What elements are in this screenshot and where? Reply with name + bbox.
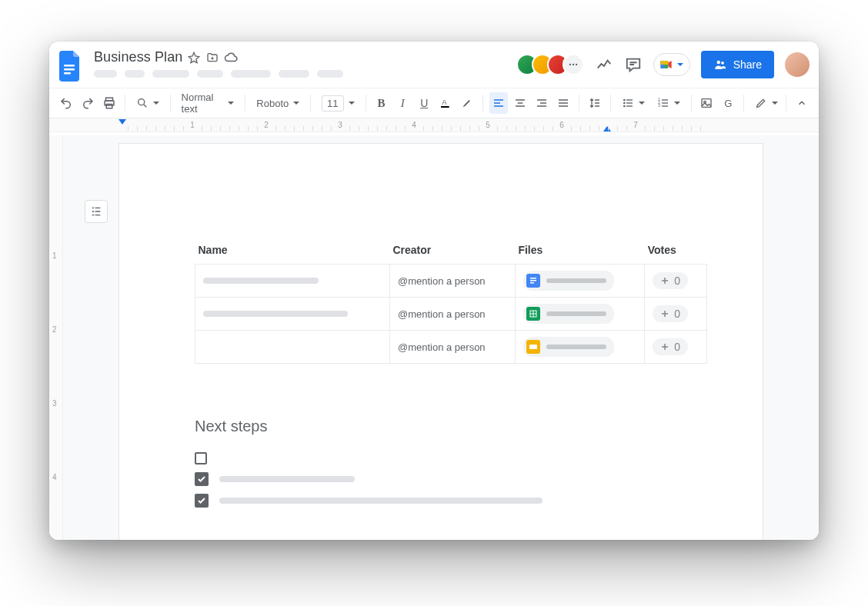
share-button[interactable]: Share bbox=[701, 51, 774, 78]
svg-point-9 bbox=[716, 61, 720, 65]
checklist-item[interactable] bbox=[195, 452, 707, 464]
align-left-button[interactable] bbox=[489, 92, 508, 114]
ruler-tick: 5 bbox=[486, 121, 490, 129]
star-icon[interactable] bbox=[187, 51, 201, 65]
align-right-button[interactable] bbox=[532, 92, 551, 114]
vote-chip[interactable]: 0 bbox=[653, 305, 688, 322]
menu-item[interactable] bbox=[197, 70, 223, 78]
checkbox-checked-icon[interactable] bbox=[195, 472, 209, 486]
comments-icon[interactable] bbox=[624, 55, 643, 74]
ruler-tick: 4 bbox=[412, 121, 416, 129]
text-color-button[interactable]: A bbox=[436, 92, 455, 114]
formatting-toolbar: Normal text Roboto 11 B I U A 123 G bbox=[49, 88, 819, 118]
svg-point-18 bbox=[623, 102, 626, 105]
mention-placeholder[interactable]: @mention a person bbox=[398, 341, 486, 353]
ruler-tick: 7 bbox=[633, 121, 638, 129]
cloud-saved-icon[interactable] bbox=[224, 51, 238, 65]
paragraph-style-dropdown[interactable]: Normal text bbox=[177, 92, 239, 114]
file-chip[interactable] bbox=[523, 337, 614, 357]
svg-point-17 bbox=[623, 99, 626, 102]
horizontal-ruler[interactable]: 1234567 bbox=[49, 118, 819, 132]
mention-placeholder[interactable]: @mention a person bbox=[398, 275, 486, 287]
checklist-item[interactable] bbox=[195, 494, 707, 508]
meet-icon bbox=[659, 57, 674, 72]
ruler-tick: 3 bbox=[338, 121, 342, 129]
table-header: Files bbox=[515, 244, 644, 265]
meet-button[interactable] bbox=[653, 53, 690, 76]
account-avatar[interactable] bbox=[785, 52, 810, 77]
undo-button[interactable] bbox=[57, 92, 75, 114]
svg-point-14 bbox=[138, 99, 144, 105]
align-justify-button[interactable] bbox=[554, 92, 573, 114]
ruler-tick: 6 bbox=[559, 121, 564, 129]
zoom-dropdown[interactable] bbox=[132, 92, 164, 114]
align-center-button[interactable] bbox=[511, 92, 529, 114]
editing-mode-button[interactable] bbox=[750, 92, 783, 114]
svg-rect-1 bbox=[64, 68, 75, 71]
checkbox-checked-icon[interactable] bbox=[195, 494, 209, 508]
checklist-item[interactable] bbox=[195, 472, 707, 486]
underline-button[interactable]: U bbox=[415, 92, 433, 114]
file-chip[interactable] bbox=[523, 304, 614, 324]
menu-item[interactable] bbox=[125, 70, 145, 78]
activity-icon[interactable] bbox=[595, 55, 613, 74]
print-button[interactable] bbox=[100, 92, 119, 114]
italic-button[interactable]: I bbox=[393, 92, 412, 114]
menu-item[interactable] bbox=[231, 70, 271, 78]
vote-chip[interactable]: 0 bbox=[653, 338, 688, 355]
highlight-button[interactable] bbox=[458, 92, 476, 114]
document-page[interactable]: NameCreatorFilesVotes @mention a person0… bbox=[119, 143, 763, 540]
svg-rect-8 bbox=[660, 61, 668, 65]
placeholder-text bbox=[203, 311, 348, 317]
right-indent-marker[interactable] bbox=[603, 126, 611, 132]
table-header: Creator bbox=[389, 244, 515, 265]
docs-file-icon bbox=[526, 274, 540, 288]
svg-rect-21 bbox=[626, 102, 633, 103]
plus-icon bbox=[660, 276, 669, 285]
checklist bbox=[195, 452, 707, 508]
collaborator-avatars[interactable] bbox=[516, 54, 584, 75]
svg-rect-31 bbox=[530, 278, 536, 279]
file-chip[interactable] bbox=[523, 271, 614, 291]
menu-item[interactable] bbox=[94, 70, 117, 78]
move-to-folder-icon[interactable] bbox=[205, 51, 219, 65]
redo-button[interactable] bbox=[78, 92, 97, 114]
svg-point-4 bbox=[572, 64, 573, 65]
table-row[interactable]: @mention a person0 bbox=[195, 265, 707, 298]
checkbox-empty-icon[interactable] bbox=[195, 452, 207, 464]
next-steps-heading: Next steps bbox=[195, 418, 707, 435]
placeholder-text bbox=[219, 476, 355, 482]
svg-rect-20 bbox=[626, 99, 633, 100]
insert-image-button[interactable] bbox=[697, 92, 716, 114]
insert-link-button[interactable]: G bbox=[719, 92, 737, 114]
bold-button[interactable]: B bbox=[372, 92, 390, 114]
svg-rect-25 bbox=[662, 105, 668, 106]
bulleted-list-button[interactable] bbox=[617, 92, 649, 114]
menu-item[interactable] bbox=[279, 70, 309, 78]
document-outline-button[interactable] bbox=[85, 200, 108, 223]
menu-bar bbox=[94, 70, 507, 78]
mention-placeholder[interactable]: @mention a person bbox=[398, 308, 486, 320]
line-spacing-button[interactable] bbox=[586, 92, 604, 114]
vertical-ruler[interactable]: 1234 bbox=[49, 135, 63, 540]
font-size-dropdown[interactable]: 11 bbox=[317, 92, 359, 114]
docs-logo-icon[interactable] bbox=[57, 48, 85, 85]
plus-icon bbox=[660, 342, 669, 351]
collapse-toolbar-button[interactable] bbox=[793, 92, 811, 114]
numbered-list-button[interactable]: 123 bbox=[653, 92, 685, 114]
first-line-indent-marker[interactable] bbox=[119, 119, 126, 125]
menu-item[interactable] bbox=[152, 70, 189, 78]
project-table[interactable]: NameCreatorFilesVotes @mention a person0… bbox=[195, 244, 707, 364]
table-row[interactable]: @mention a person0 bbox=[195, 331, 707, 364]
app-window: Business Plan bbox=[49, 42, 819, 540]
avatar-overflow[interactable] bbox=[563, 54, 584, 75]
vote-chip[interactable]: 0 bbox=[653, 272, 688, 289]
menu-item[interactable] bbox=[317, 70, 343, 78]
svg-text:3: 3 bbox=[658, 104, 660, 108]
svg-point-5 bbox=[576, 64, 577, 65]
svg-rect-0 bbox=[64, 65, 75, 67]
svg-rect-22 bbox=[626, 105, 633, 106]
font-family-dropdown[interactable]: Roboto bbox=[252, 92, 304, 114]
document-title[interactable]: Business Plan bbox=[94, 49, 182, 65]
table-row[interactable]: @mention a person0 bbox=[195, 298, 707, 331]
